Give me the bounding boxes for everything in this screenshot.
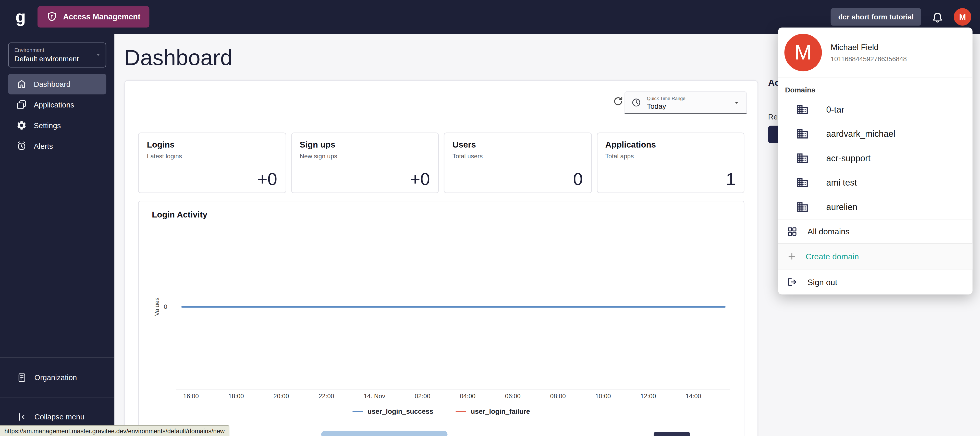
stat-card-applications: Applications Total apps 1 [597, 132, 745, 193]
sidebar-nav: Dashboard Applications Settings Alerts [0, 74, 115, 156]
create-domain-item[interactable]: Create domain [778, 244, 973, 269]
gear-icon [16, 120, 27, 131]
apps-icon [16, 99, 27, 110]
domain-item[interactable]: aurelien [778, 194, 973, 219]
stat-subtitle: New sign ups [300, 153, 430, 159]
stat-value: 0 [573, 170, 583, 189]
chart-x-tick: 02:00 [415, 393, 430, 399]
notifications-bell-icon[interactable] [931, 11, 944, 23]
user-menu-identity: Michael Field 101168844592786356848 [831, 43, 907, 62]
chart-line-success [181, 306, 725, 307]
shield-icon [46, 11, 57, 22]
access-management-button[interactable]: Access Management [38, 6, 149, 27]
chart-x-ticks: 16:00 18:00 20:00 22:00 14. Nov 02:00 04… [183, 393, 701, 399]
legend-label: user_login_success [368, 408, 433, 415]
sidebar-item-applications[interactable]: Applications [8, 94, 106, 115]
quick-time-range-value: Today [647, 102, 686, 110]
legend-item-success[interactable]: user_login_success [352, 408, 433, 415]
partial-element-bar [321, 431, 448, 436]
sidebar-item-alerts[interactable]: Alerts [8, 135, 106, 156]
domain-item[interactable]: aardvark_michael [778, 121, 973, 146]
environment-value: Default environment [14, 55, 100, 62]
domain-building-icon [796, 103, 809, 115]
chart-x-axis [177, 389, 730, 389]
domain-label: ami test [826, 177, 857, 187]
chart-y-axis-label: Values [153, 295, 160, 318]
user-avatar[interactable]: M [954, 8, 971, 26]
stats-row: Logins Latest logins +0 Sign ups New sig… [138, 132, 745, 193]
stat-title: Applications [605, 140, 736, 150]
context-button[interactable]: dcr short form tutorial [831, 8, 921, 26]
quick-time-range-select[interactable]: Quick Time Range Today [625, 91, 747, 114]
environment-label: Environment [14, 47, 100, 53]
chevron-down-icon [733, 99, 740, 106]
sidebar-item-label: Alerts [34, 142, 53, 150]
quick-time-range-text: Quick Time Range Today [647, 95, 686, 110]
sidebar: Environment Default environment Dashboar… [0, 34, 115, 436]
plus-icon [787, 251, 797, 261]
domain-building-icon [796, 200, 809, 213]
stat-value: +0 [257, 170, 277, 189]
domain-building-icon [796, 152, 809, 164]
access-management-label: Access Management [63, 13, 140, 21]
sidebar-item-label: Collapse menu [35, 412, 84, 421]
app-root: g Access Management dcr short form tutor… [0, 0, 980, 436]
gravitee-logo[interactable]: g [11, 7, 30, 26]
chart-y-tick: 0 [164, 303, 167, 310]
chevron-down-icon [95, 52, 101, 58]
domain-building-icon [796, 176, 809, 188]
sidebar-item-label: Settings [34, 121, 61, 130]
refresh-button[interactable] [612, 95, 625, 107]
user-menu-header: M Michael Field 101168844592786356848 [778, 27, 973, 78]
stat-title: Users [452, 140, 583, 150]
all-domains-item[interactable]: All domains [778, 220, 973, 243]
domain-label: 0-tar [826, 104, 845, 114]
chart-x-tick: 16:00 [183, 393, 199, 399]
right-panel-text-fragment: Re [768, 113, 778, 121]
organization-icon [17, 372, 27, 382]
domain-label: aurelien [826, 202, 858, 212]
stat-title: Logins [147, 140, 277, 150]
dashboard-card: Quick Time Range Today Logins Latest log… [124, 80, 758, 436]
user-menu-dropdown: M Michael Field 101168844592786356848 Do… [778, 27, 973, 294]
chart-x-tick: 18:00 [228, 393, 244, 399]
grid-icon [787, 226, 797, 237]
legend-item-failure[interactable]: user_login_failure [456, 408, 530, 415]
domain-item[interactable]: acr-support [778, 146, 973, 170]
chart-x-tick: 10:00 [595, 393, 611, 399]
domain-item[interactable]: 0-tar [778, 97, 973, 121]
chart-x-tick: 14:00 [686, 393, 701, 399]
chart-legend: user_login_success user_login_failure [139, 408, 744, 415]
sign-out-item[interactable]: Sign out [778, 270, 973, 294]
domain-label: acr-support [826, 153, 870, 163]
quick-time-range-label: Quick Time Range [647, 95, 686, 101]
environment-selector[interactable]: Environment Default environment [8, 43, 106, 68]
sidebar-item-organization[interactable]: Organization [0, 357, 115, 398]
sidebar-item-label: Organization [35, 373, 77, 382]
user-menu-avatar: M [784, 34, 822, 71]
partial-element-dark [654, 432, 690, 436]
sign-out-icon [787, 276, 798, 288]
domain-label: aardvark_michael [826, 128, 896, 138]
user-name: Michael Field [831, 43, 907, 52]
stat-subtitle: Latest logins [147, 153, 277, 159]
stat-title: Sign ups [300, 140, 430, 150]
login-activity-chart: Login Activity Values 0 16:00 18:00 20:0… [138, 200, 745, 436]
chart-x-tick: 22:00 [318, 393, 334, 399]
sidebar-item-settings[interactable]: Settings [8, 115, 106, 136]
legend-label: user_login_failure [471, 408, 530, 415]
stat-card-logins: Logins Latest logins +0 [138, 132, 286, 193]
chart-x-tick: 08:00 [550, 393, 566, 399]
sidebar-bottom: Organization Collapse menu [0, 356, 115, 436]
status-bar-url: https://am.management.master.gravitee.de… [0, 425, 230, 436]
right-panel-button-fragment[interactable] [768, 126, 780, 143]
domain-item[interactable]: ami test [778, 170, 973, 194]
chart-x-tick: 06:00 [505, 393, 520, 399]
user-id: 101168844592786356848 [831, 55, 907, 62]
legend-swatch-success [352, 411, 363, 412]
stat-card-users: Users Total users 0 [444, 132, 592, 193]
clock-icon [631, 97, 641, 107]
stat-subtitle: Total users [452, 153, 583, 159]
sidebar-item-dashboard[interactable]: Dashboard [8, 74, 106, 94]
alarm-icon [16, 141, 27, 151]
